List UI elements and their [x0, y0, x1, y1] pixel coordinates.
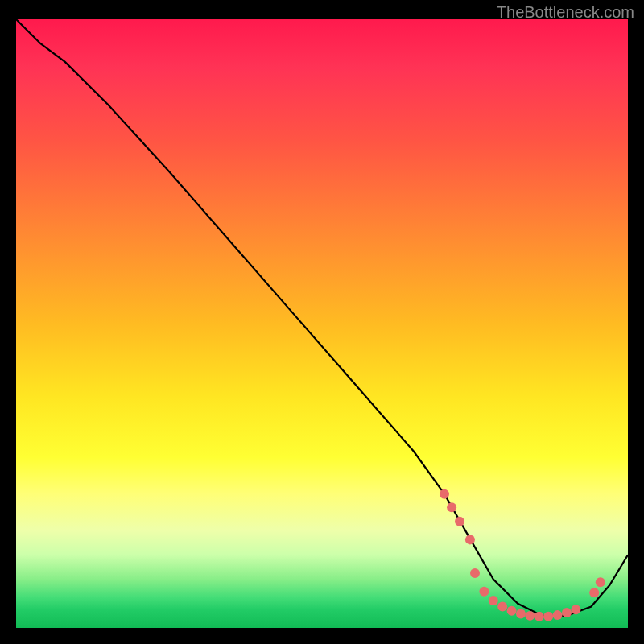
data-marker	[455, 517, 464, 526]
data-marker	[553, 610, 563, 620]
data-marker	[489, 596, 498, 605]
chart-plot-area	[16, 19, 628, 628]
curve-line	[16, 19, 628, 616]
data-marker	[596, 577, 605, 587]
data-marker	[447, 502, 456, 512]
markers-group	[440, 489, 605, 621]
data-marker	[535, 612, 544, 621]
watermark-text: TheBottleneck.com	[497, 3, 634, 22]
data-marker	[465, 535, 475, 544]
data-marker	[571, 605, 580, 614]
data-marker	[589, 588, 599, 597]
data-marker	[525, 611, 535, 621]
data-marker	[497, 602, 507, 612]
data-marker	[440, 489, 449, 499]
data-marker	[479, 587, 489, 597]
data-marker	[562, 608, 572, 617]
data-marker	[516, 609, 526, 619]
data-marker	[507, 606, 517, 616]
data-marker	[543, 612, 553, 621]
data-marker	[470, 568, 480, 578]
chart-svg	[16, 19, 628, 628]
